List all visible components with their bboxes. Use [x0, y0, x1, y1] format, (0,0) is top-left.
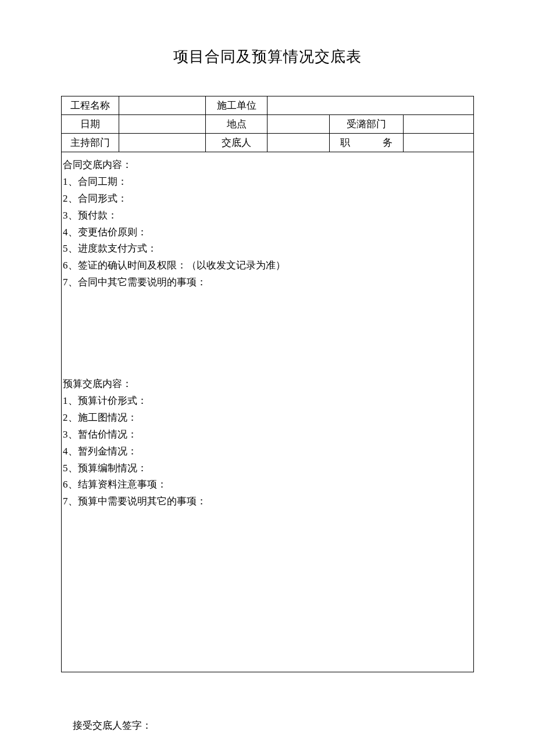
discloser-label: 交底人 [206, 134, 268, 152]
bottom-gap [62, 515, 473, 672]
content-row: 合同交底内容： 1、合同工期： 2、合同形式： 3、预付款： 4、变更估价原则：… [62, 152, 474, 672]
construction-unit-label: 施工单位 [206, 96, 268, 115]
signature-label: 接受交底人签字： [61, 719, 474, 732]
position-label: 职务 [329, 134, 404, 152]
host-dept-value [119, 134, 206, 152]
contract-item-7: 7、合同中其它需要说明的事项： [63, 274, 472, 291]
contract-section-heading: 合同交底内容： [63, 157, 472, 174]
recv-dept-value [404, 115, 474, 134]
budget-item-7: 7、预算中需要说明其它的事项： [63, 493, 472, 510]
budget-item-4: 4、暂列金情况： [63, 443, 472, 460]
date-value [119, 115, 206, 134]
budget-section-heading: 预算交底内容： [63, 376, 472, 393]
page-title: 项目合同及预算情况交底表 [61, 46, 474, 67]
location-value [268, 115, 329, 134]
location-label: 地点 [206, 115, 268, 134]
contract-item-6: 6、签证的确认时间及权限：（以收发文记录为准） [63, 257, 472, 274]
contract-item-3: 3、预付款： [63, 207, 472, 224]
contract-item-4: 4、变更估价原则： [63, 224, 472, 241]
contract-section: 合同交底内容： 1、合同工期： 2、合同形式： 3、预付款： 4、变更估价原则：… [62, 152, 473, 296]
construction-unit-value [268, 96, 474, 115]
contract-item-1: 1、合同工期： [63, 174, 472, 191]
header-row-1: 工程名称 施工单位 [62, 96, 474, 115]
date-label: 日期 [62, 115, 119, 134]
recv-dept-label: 受潞部门 [329, 115, 404, 134]
budget-item-6: 6、结算资料注意事项： [63, 476, 472, 493]
budget-item-5: 5、预算编制情况： [63, 460, 472, 477]
host-dept-label: 主持部门 [62, 134, 119, 152]
disclosure-form-table: 工程名称 施工单位 日期 地点 受潞部门 主持部门 交底人 职务 合同交底内容：… [61, 96, 474, 672]
contract-item-5: 5、进度款支付方式： [63, 241, 472, 257]
budget-item-3: 3、暂估价情况： [63, 427, 472, 443]
contract-item-2: 2、合同形式： [63, 191, 472, 207]
section-gap [62, 296, 473, 371]
budget-item-1: 1、预算计价形式： [63, 393, 472, 410]
header-row-3: 主持部门 交底人 职务 [62, 134, 474, 152]
project-name-value [119, 96, 206, 115]
project-name-label: 工程名称 [62, 96, 119, 115]
budget-item-2: 2、施工图情况： [63, 410, 472, 427]
position-value [404, 134, 474, 152]
budget-section: 预算交底内容： 1、预算计价形式： 2、施工图情况： 3、暂估价情况： 4、暂列… [62, 371, 473, 515]
discloser-value [268, 134, 329, 152]
header-row-2: 日期 地点 受潞部门 [62, 115, 474, 134]
